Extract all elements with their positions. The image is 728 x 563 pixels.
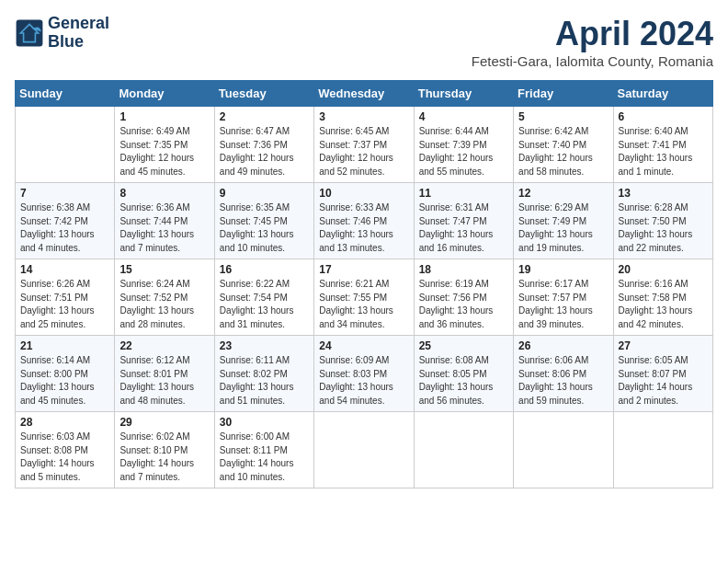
table-row (414, 412, 513, 488)
logo: General Blue (15, 15, 109, 52)
day-info: Sunrise: 6:21 AMSunset: 7:55 PMDaylight:… (319, 278, 408, 331)
day-info: Sunrise: 6:44 AMSunset: 7:39 PMDaylight:… (419, 125, 508, 178)
day-number: 11 (419, 187, 508, 200)
logo-icon (15, 18, 44, 48)
day-info: Sunrise: 6:09 AMSunset: 8:03 PMDaylight:… (319, 354, 408, 408)
day-number: 25 (419, 339, 508, 352)
day-info: Sunrise: 6:35 AMSunset: 7:45 PMDaylight:… (220, 201, 309, 255)
table-row: 16Sunrise: 6:22 AMSunset: 7:54 PMDayligh… (214, 259, 313, 336)
day-info: Sunrise: 6:33 AMSunset: 7:46 PMDaylight:… (319, 201, 408, 255)
day-info: Sunrise: 6:26 AMSunset: 7:51 PMDaylight:… (20, 278, 109, 331)
day-number: 21 (20, 339, 109, 352)
day-number: 6 (619, 110, 708, 123)
table-row: 8Sunrise: 6:36 AMSunset: 7:44 PMDaylight… (115, 183, 214, 259)
day-number: 17 (319, 263, 408, 276)
day-number: 30 (220, 416, 309, 429)
table-row: 23Sunrise: 6:11 AMSunset: 8:02 PMDayligh… (214, 336, 313, 412)
table-row: 5Sunrise: 6:42 AMSunset: 7:40 PMDaylight… (514, 107, 613, 183)
header-thursday: Thursday (414, 81, 513, 107)
calendar-table: Sunday Monday Tuesday Wednesday Thursday… (15, 80, 713, 488)
day-number: 2 (220, 110, 309, 123)
table-row: 25Sunrise: 6:08 AMSunset: 8:05 PMDayligh… (414, 336, 513, 412)
day-info: Sunrise: 6:05 AMSunset: 8:07 PMDaylight:… (619, 354, 708, 408)
day-number: 24 (319, 339, 408, 352)
day-info: Sunrise: 6:19 AMSunset: 7:56 PMDaylight:… (419, 278, 508, 331)
table-row: 20Sunrise: 6:16 AMSunset: 7:58 PMDayligh… (613, 259, 712, 336)
header-monday: Monday (115, 81, 214, 107)
day-number: 27 (619, 339, 708, 352)
day-info: Sunrise: 6:03 AMSunset: 8:08 PMDaylight:… (20, 431, 109, 484)
day-info: Sunrise: 6:22 AMSunset: 7:54 PMDaylight:… (220, 278, 309, 331)
header-tuesday: Tuesday (214, 81, 313, 107)
table-row: 13Sunrise: 6:28 AMSunset: 7:50 PMDayligh… (613, 183, 712, 259)
day-info: Sunrise: 6:49 AMSunset: 7:35 PMDaylight:… (119, 125, 209, 178)
table-row: 4Sunrise: 6:44 AMSunset: 7:39 PMDaylight… (414, 107, 513, 183)
calendar-week-row: 21Sunrise: 6:14 AMSunset: 8:00 PMDayligh… (16, 336, 713, 412)
day-number: 23 (220, 339, 309, 352)
table-row: 19Sunrise: 6:17 AMSunset: 7:57 PMDayligh… (514, 259, 613, 336)
header-saturday: Saturday (613, 81, 712, 107)
table-row: 2Sunrise: 6:47 AMSunset: 7:36 PMDaylight… (214, 107, 313, 183)
day-info: Sunrise: 6:06 AMSunset: 8:06 PMDaylight:… (518, 354, 608, 408)
calendar-week-row: 28Sunrise: 6:03 AMSunset: 8:08 PMDayligh… (16, 412, 713, 488)
day-info: Sunrise: 6:42 AMSunset: 7:40 PMDaylight:… (518, 125, 608, 178)
day-info: Sunrise: 6:11 AMSunset: 8:02 PMDaylight:… (220, 354, 309, 408)
day-number: 16 (220, 263, 309, 276)
day-info: Sunrise: 6:14 AMSunset: 8:00 PMDaylight:… (20, 354, 109, 408)
table-row: 18Sunrise: 6:19 AMSunset: 7:56 PMDayligh… (414, 259, 513, 336)
day-number: 28 (20, 416, 109, 429)
day-number: 20 (619, 263, 708, 276)
day-number: 29 (119, 416, 209, 429)
table-row: 3Sunrise: 6:45 AMSunset: 7:37 PMDaylight… (314, 107, 414, 183)
table-row: 11Sunrise: 6:31 AMSunset: 7:47 PMDayligh… (414, 183, 513, 259)
table-row: 7Sunrise: 6:38 AMSunset: 7:42 PMDaylight… (16, 183, 115, 259)
table-row: 22Sunrise: 6:12 AMSunset: 8:01 PMDayligh… (115, 336, 214, 412)
table-row: 15Sunrise: 6:24 AMSunset: 7:52 PMDayligh… (115, 259, 214, 336)
logo-text-line1: General (48, 15, 109, 33)
calendar-week-row: 14Sunrise: 6:26 AMSunset: 7:51 PMDayligh… (16, 259, 713, 336)
day-number: 5 (518, 110, 608, 123)
month-title: April 2024 (472, 15, 713, 53)
table-row (613, 412, 712, 488)
day-info: Sunrise: 6:36 AMSunset: 7:44 PMDaylight:… (119, 201, 209, 255)
day-number: 10 (319, 187, 408, 200)
day-number: 8 (119, 187, 209, 200)
day-info: Sunrise: 6:00 AMSunset: 8:11 PMDaylight:… (220, 431, 309, 484)
table-row: 9Sunrise: 6:35 AMSunset: 7:45 PMDaylight… (214, 183, 313, 259)
table-row (16, 107, 115, 183)
calendar-week-row: 7Sunrise: 6:38 AMSunset: 7:42 PMDaylight… (16, 183, 713, 259)
calendar-week-row: 1Sunrise: 6:49 AMSunset: 7:35 PMDaylight… (16, 107, 713, 183)
day-number: 18 (419, 263, 508, 276)
header-friday: Friday (514, 81, 613, 107)
day-info: Sunrise: 6:40 AMSunset: 7:41 PMDaylight:… (619, 125, 708, 178)
day-number: 12 (518, 187, 608, 200)
day-number: 14 (20, 263, 109, 276)
day-info: Sunrise: 6:31 AMSunset: 7:47 PMDaylight:… (419, 201, 508, 255)
day-info: Sunrise: 6:47 AMSunset: 7:36 PMDaylight:… (220, 125, 309, 178)
day-info: Sunrise: 6:45 AMSunset: 7:37 PMDaylight:… (319, 125, 408, 178)
day-info: Sunrise: 6:16 AMSunset: 7:58 PMDaylight:… (619, 278, 708, 331)
day-number: 13 (619, 187, 708, 200)
day-info: Sunrise: 6:24 AMSunset: 7:52 PMDaylight:… (119, 278, 209, 331)
day-number: 1 (119, 110, 209, 123)
table-row: 17Sunrise: 6:21 AMSunset: 7:55 PMDayligh… (314, 259, 414, 336)
day-info: Sunrise: 6:28 AMSunset: 7:50 PMDaylight:… (619, 201, 708, 255)
day-info: Sunrise: 6:29 AMSunset: 7:49 PMDaylight:… (518, 201, 608, 255)
day-info: Sunrise: 6:38 AMSunset: 7:42 PMDaylight:… (20, 201, 109, 255)
table-row: 27Sunrise: 6:05 AMSunset: 8:07 PMDayligh… (613, 336, 712, 412)
day-number: 9 (220, 187, 309, 200)
table-row: 14Sunrise: 6:26 AMSunset: 7:51 PMDayligh… (16, 259, 115, 336)
day-number: 19 (518, 263, 608, 276)
logo-text-line2: Blue (48, 33, 109, 52)
table-row: 1Sunrise: 6:49 AMSunset: 7:35 PMDaylight… (115, 107, 214, 183)
day-number: 22 (119, 339, 209, 352)
table-row: 12Sunrise: 6:29 AMSunset: 7:49 PMDayligh… (514, 183, 613, 259)
day-number: 7 (20, 187, 109, 200)
header-wednesday: Wednesday (314, 81, 414, 107)
table-row: 26Sunrise: 6:06 AMSunset: 8:06 PMDayligh… (514, 336, 613, 412)
table-row (314, 412, 414, 488)
day-number: 15 (119, 263, 209, 276)
day-number: 4 (419, 110, 508, 123)
table-row: 6Sunrise: 6:40 AMSunset: 7:41 PMDaylight… (613, 107, 712, 183)
day-info: Sunrise: 6:12 AMSunset: 8:01 PMDaylight:… (119, 354, 209, 408)
